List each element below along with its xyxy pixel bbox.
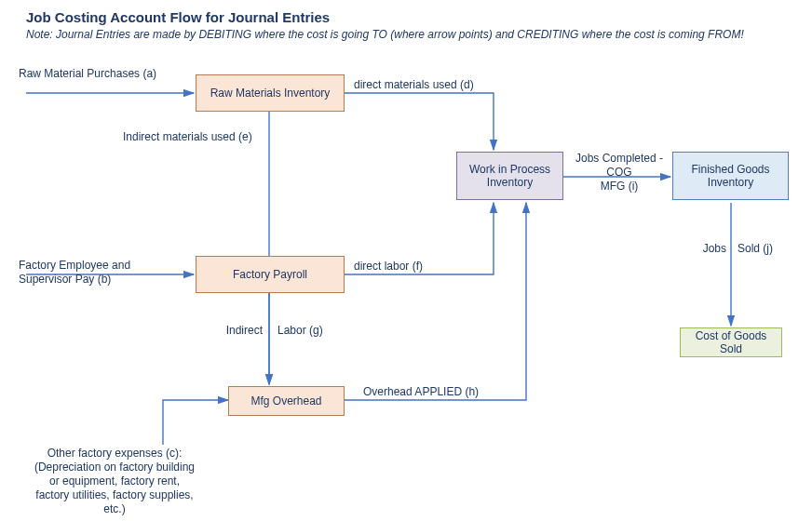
label-c-line3: or equipment, factory rent, [49, 474, 180, 488]
label-c-line4: factory utilities, factory supplies, [35, 488, 193, 501]
label-j-left: Jobs [697, 242, 726, 256]
label-f: direct labor (f) [354, 260, 503, 274]
label-g-right: Labor (g) [277, 324, 343, 338]
label-i: Jobs Completed - COG MFG (i) [563, 152, 675, 194]
box-mfg-overhead: Mfg Overhead [228, 386, 345, 416]
diagram-canvas: Job Costing Account Flow for Journal Ent… [0, 0, 812, 521]
label-h: Overhead APPLIED (h) [363, 385, 531, 399]
arrow-h [345, 203, 526, 400]
label-c-line1: Other factory expenses (c): [47, 447, 183, 460]
box-wip: Work in Process Inventory [456, 152, 563, 200]
label-i-line2: MFG (i) [601, 180, 639, 193]
box-raw-materials: Raw Materials Inventory [196, 74, 345, 112]
box-factory-payroll: Factory Payroll [196, 256, 345, 293]
label-a: Raw Material Purchases (a) [19, 67, 186, 81]
box-cogs: Cost of Goods Sold [680, 327, 782, 357]
label-e: Indirect materials used (e) [123, 130, 281, 144]
label-j-right: Sold (j) [738, 242, 789, 256]
label-c-line5: etc.) [103, 502, 125, 515]
label-b: Factory Employee and Supervisor Pay (b) [19, 259, 186, 287]
label-b-line2: Supervisor Pay (b) [19, 273, 111, 286]
arrow-c [163, 400, 228, 445]
label-d: direct materials used (d) [354, 78, 503, 92]
arrow-d [345, 93, 494, 150]
label-g-left: Indirect [214, 324, 263, 338]
label-c-line2: (Depreciation on factory building [34, 461, 195, 474]
box-finished-goods: Finished Goods Inventory [672, 152, 789, 200]
label-c: Other factory expenses (c): (Depreciatio… [17, 447, 212, 516]
label-i-line1: Jobs Completed - COG [575, 152, 663, 179]
label-b-line1: Factory Employee and [19, 259, 130, 272]
